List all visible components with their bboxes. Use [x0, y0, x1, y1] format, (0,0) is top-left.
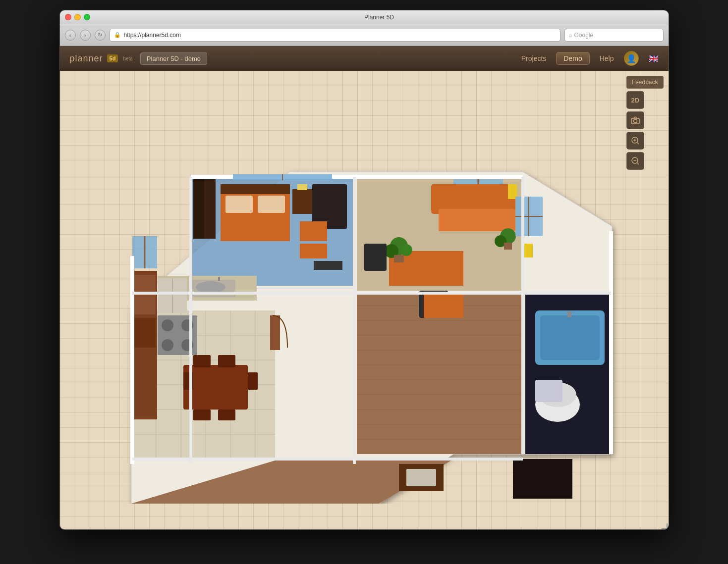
floor-plan-svg	[92, 98, 637, 504]
main-content: Feedback 2D	[60, 71, 669, 530]
refresh-button[interactable]: ↻	[95, 30, 106, 41]
logo-box: 5d	[107, 54, 118, 62]
bed-pillow-2	[258, 196, 285, 213]
chair-1	[193, 355, 211, 367]
nav-help[interactable]: Help	[600, 54, 614, 62]
browser-chrome: ‹ › ↻ 🔒 https://planner5d.com ⌕ Google	[60, 24, 669, 46]
maximize-button[interactable]	[84, 14, 90, 20]
office-stool	[364, 244, 387, 271]
bed-pillow-1	[225, 196, 253, 213]
zoom-in-button[interactable]	[626, 132, 644, 150]
chair-2	[218, 355, 235, 367]
burner-3	[162, 339, 173, 351]
zoom-out-icon	[631, 156, 640, 165]
bathroom-sink	[535, 380, 562, 402]
avatar[interactable]: 👤	[624, 51, 639, 66]
view-2d-button[interactable]: 2D	[626, 91, 644, 109]
chair-4	[248, 372, 258, 390]
feedback-button[interactable]: Feedback	[626, 76, 664, 89]
zoom-in-icon	[631, 136, 640, 145]
floor-plan-container	[60, 71, 669, 530]
back-button[interactable]: ‹	[65, 30, 76, 41]
search-placeholder: Google	[574, 32, 594, 39]
svg-point-1	[633, 119, 637, 123]
chair-5	[193, 410, 211, 420]
sink-basin	[196, 281, 225, 293]
url-text: https://planner5d.com	[124, 32, 181, 39]
mac-window: Planner 5D ‹ › ↻ 🔒 https://planner5d.com…	[59, 10, 669, 530]
plant-pot-2	[504, 243, 512, 250]
camera-icon	[631, 116, 640, 124]
header-nav: Projects Demo Help 👤 🇬🇧	[521, 51, 659, 66]
bath-faucet	[567, 311, 571, 317]
burner-1	[162, 319, 173, 331]
forward-button[interactable]: ›	[80, 30, 91, 41]
mirror-dresser	[406, 469, 436, 486]
nav-demo[interactable]: Demo	[556, 52, 589, 65]
plant-pot-1	[394, 255, 404, 262]
bed-headboard	[221, 184, 290, 194]
plant-1-other	[400, 244, 412, 256]
nightstand	[292, 189, 312, 214]
ottoman	[424, 293, 463, 318]
window-title: Planner 5D	[95, 14, 664, 21]
bathtub-inner	[540, 315, 600, 360]
window-controls	[65, 14, 90, 20]
sofa-seat	[439, 209, 515, 231]
nav-projects[interactable]: Projects	[521, 54, 547, 62]
project-name[interactable]: Planner 5D - demo	[140, 52, 207, 65]
svg-line-5	[637, 143, 639, 145]
url-bar[interactable]: 🔒 https://planner5d.com	[110, 29, 560, 42]
logo-area: planner 5d beta	[70, 53, 133, 64]
search-icon: ⌕	[569, 32, 572, 38]
flag-icon: 🇬🇧	[649, 54, 659, 63]
cabinet-lower	[134, 318, 156, 348]
wardrobe-left	[193, 179, 204, 239]
lock-icon: 🔒	[114, 32, 121, 38]
title-bar: Planner 5D	[60, 10, 669, 24]
beta-tag: beta	[123, 56, 132, 61]
close-button[interactable]	[65, 14, 71, 20]
furniture-dark	[513, 459, 572, 499]
fitness-seat	[300, 221, 327, 241]
right-toolbar: Feedback 2D	[626, 76, 664, 170]
svg-line-8	[637, 163, 639, 165]
zoom-out-button[interactable]	[626, 152, 644, 170]
dumbbell	[314, 261, 342, 270]
door-kitchen	[270, 315, 280, 350]
chair-6	[218, 410, 235, 420]
app-header: planner 5d beta Planner 5D - demo Projec…	[60, 46, 669, 71]
fitness-footrest	[300, 244, 327, 258]
faucet	[218, 277, 220, 281]
minimize-button[interactable]	[74, 14, 81, 20]
camera-button[interactable]	[626, 111, 644, 129]
logo-text: planner	[70, 53, 103, 64]
lamp	[297, 184, 307, 190]
resize-handle[interactable]	[661, 523, 669, 530]
search-bar[interactable]: ⌕ Google	[564, 29, 664, 42]
